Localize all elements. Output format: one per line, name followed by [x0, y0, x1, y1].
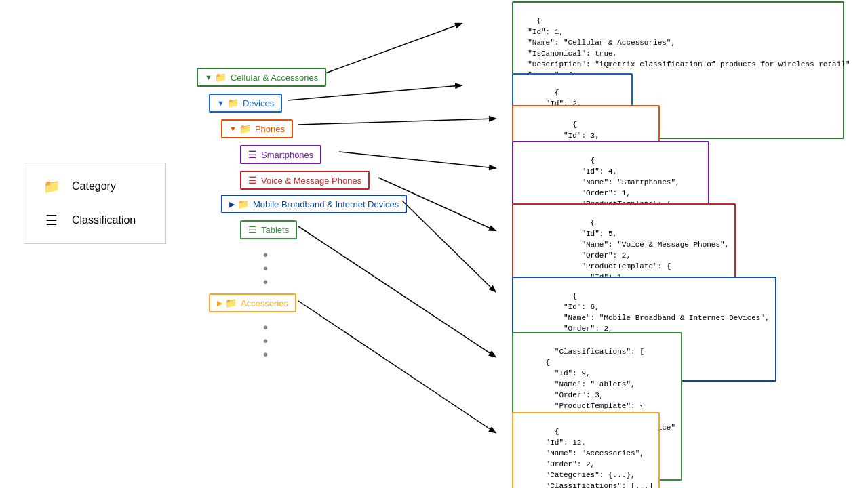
- node-smartphones-label: Smartphones: [261, 150, 313, 160]
- list-icon-voice: ☰: [248, 175, 257, 186]
- node-cellular-label: Cellular & Accessories: [231, 73, 318, 83]
- collapse-arrow-broadband[interactable]: ▶: [229, 200, 235, 209]
- folder-icon-accessories: 📁: [225, 298, 237, 308]
- legend-category-label: Category: [72, 180, 116, 192]
- collapse-arrow-devices[interactable]: ▼: [217, 99, 224, 107]
- node-phones[interactable]: ▼ 📁 Phones: [221, 119, 293, 138]
- node-accessories-label: Accessories: [241, 298, 288, 308]
- node-voice-label: Voice & Message Phones: [261, 176, 361, 186]
- node-cellular[interactable]: ▼ 📁 Cellular & Accessories: [197, 68, 326, 87]
- svg-line-1: [288, 85, 461, 100]
- legend-item-category: 📁 Category: [41, 176, 149, 197]
- node-broadband-label: Mobile Broadband & Internet Devices: [253, 199, 399, 209]
- folder-icon: 📁: [41, 176, 62, 197]
- node-phones-label: Phones: [255, 124, 285, 134]
- svg-line-0: [326, 24, 461, 73]
- collapse-arrow-cellular[interactable]: ▼: [205, 73, 212, 81]
- folder-icon-cellular: 📁: [215, 72, 226, 83]
- list-icon-smartphones: ☰: [248, 149, 257, 160]
- diagram-container: 📁 Category ☰ Classification ▼ 📁 Cellular…: [0, 0, 868, 488]
- dots-3: •: [263, 274, 269, 290]
- svg-line-7: [298, 301, 495, 432]
- dots-6: •: [263, 347, 269, 363]
- node-devices-label: Devices: [243, 98, 274, 108]
- folder-icon-phones: 📁: [239, 123, 251, 134]
- json-block-accessories: { "Id": 12, "Name": "Accessories", "Orde…: [512, 412, 660, 488]
- node-tablets[interactable]: ☰ Tablets: [240, 220, 297, 239]
- node-tablets-label: Tablets: [261, 225, 289, 235]
- node-broadband[interactable]: ▶ 📁 Mobile Broadband & Internet Devices: [221, 195, 407, 214]
- svg-line-3: [339, 152, 495, 168]
- collapse-arrow-accessories[interactable]: ▶: [217, 299, 222, 308]
- legend-classification-label: Classification: [72, 214, 136, 226]
- folder-icon-devices: 📁: [227, 98, 239, 108]
- svg-line-2: [298, 119, 495, 125]
- legend-item-classification: ☰ Classification: [41, 209, 149, 231]
- node-voice[interactable]: ☰ Voice & Message Phones: [240, 171, 370, 190]
- node-smartphones[interactable]: ☰ Smartphones: [240, 145, 321, 164]
- list-icon: ☰: [41, 209, 62, 231]
- svg-line-5: [402, 201, 495, 291]
- node-accessories[interactable]: ▶ 📁 Accessories: [209, 293, 296, 312]
- legend: 📁 Category ☰ Classification: [24, 163, 166, 244]
- folder-icon-broadband: 📁: [237, 199, 249, 209]
- svg-line-6: [298, 226, 495, 357]
- list-icon-tablets: ☰: [248, 224, 257, 235]
- node-devices[interactable]: ▼ 📁 Devices: [209, 94, 282, 113]
- collapse-arrow-phones[interactable]: ▼: [229, 125, 237, 133]
